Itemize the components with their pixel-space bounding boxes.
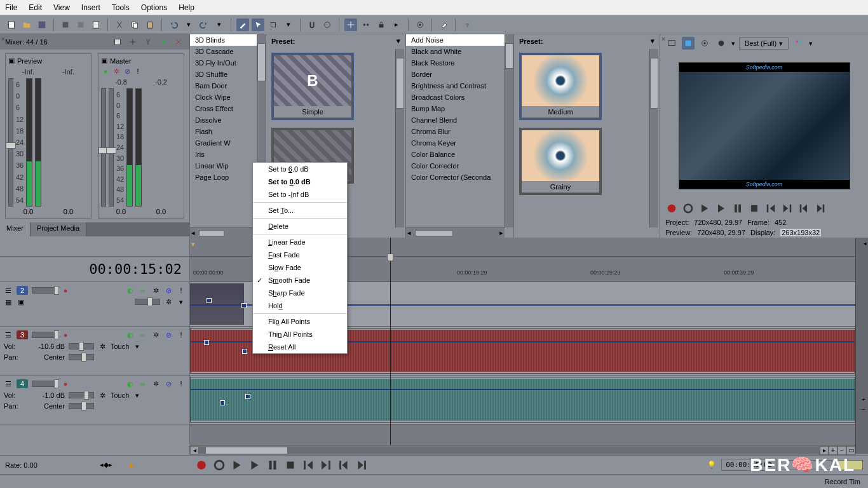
play-button[interactable] — [248, 458, 262, 472]
redo-dropdown[interactable]: ▾ — [213, 18, 226, 31]
scrollbar-horizontal[interactable]: ◂ — [190, 227, 257, 238]
ignore-group-button[interactable]: ▸ — [390, 18, 403, 31]
tool-zoom[interactable] — [267, 18, 280, 31]
gear-icon[interactable]: ✲ — [151, 286, 160, 295]
mode-dropdown[interactable]: ▾ — [133, 342, 142, 351]
list-item[interactable]: Color Corrector (Seconda — [406, 172, 513, 183]
record-arm-icon[interactable]: ● — [61, 330, 70, 339]
selection-end-field[interactable] — [837, 460, 863, 470]
minimize-icon[interactable]: ☰ — [4, 330, 13, 339]
properties-button[interactable] — [74, 18, 87, 31]
audio-clip[interactable] — [190, 377, 855, 423]
dim-button[interactable] — [158, 36, 169, 48]
mute-icon[interactable]: ⊘ — [164, 286, 173, 295]
snap-grid-button[interactable] — [321, 18, 334, 31]
menu-sharp-fade[interactable]: Sharp Fade — [253, 287, 347, 299]
route-button[interactable] — [173, 36, 184, 48]
chain-icon[interactable]: ∞ — [139, 379, 147, 388]
chain-icon[interactable]: ∞ — [139, 286, 147, 295]
pan-slider[interactable] — [69, 354, 94, 360]
level-slider[interactable] — [32, 287, 57, 294]
menu-thin-all[interactable]: Thin All Points — [253, 328, 347, 341]
downmix-button[interactable] — [142, 36, 154, 48]
list-item[interactable]: Add Noise — [406, 34, 513, 46]
bypass-icon[interactable]: ◐ — [126, 379, 135, 388]
scrollbar-vertical[interactable] — [505, 34, 513, 227]
automation-icon[interactable]: ✲ — [164, 297, 173, 306]
automation-mode[interactable]: Touch — [111, 391, 129, 399]
render-button[interactable] — [59, 18, 72, 31]
menu-edit[interactable]: Edit — [29, 3, 42, 12]
list-item[interactable]: Barn Door — [190, 80, 266, 92]
envelope-node[interactable] — [207, 298, 212, 303]
go-end-button[interactable] — [781, 202, 794, 215]
menu-linear-fade[interactable]: Linear Fade — [253, 236, 347, 248]
playhead-marker[interactable] — [387, 254, 393, 261]
menu-options[interactable]: Options — [141, 3, 167, 12]
list-item[interactable]: Channel Blend — [406, 114, 513, 126]
timecode-field[interactable]: 00:00:15:02 — [721, 459, 776, 471]
level-slider[interactable] — [32, 381, 57, 387]
save-button[interactable] — [36, 18, 48, 31]
play-button[interactable] — [715, 202, 728, 215]
envelope-node[interactable] — [220, 400, 225, 405]
stop-button[interactable] — [748, 202, 761, 215]
copy-button[interactable] — [128, 18, 141, 31]
preview-icon[interactable]: ▣ — [8, 57, 15, 65]
zoom-in-button[interactable]: + — [862, 396, 865, 403]
crossfade-button[interactable] — [414, 18, 426, 31]
scrub-control[interactable]: ◂◆▸ — [90, 459, 122, 471]
list-item[interactable]: 3D Cascade — [190, 46, 266, 57]
chain-icon[interactable]: ∞ — [139, 330, 147, 339]
zoom-out-button[interactable]: − — [862, 406, 865, 413]
gear-icon[interactable]: ✲ — [151, 330, 160, 339]
overlay-button[interactable] — [792, 37, 805, 50]
list-item[interactable]: 3D Fly In/Out — [190, 57, 266, 69]
record-button[interactable] — [194, 458, 208, 472]
automation-icon[interactable]: ✲ — [98, 342, 107, 351]
tool-edit[interactable] — [236, 18, 249, 31]
play-start-button[interactable] — [230, 458, 244, 472]
volume-slider[interactable] — [8, 78, 13, 207]
scrollbar-horizontal[interactable]: ◂▸ — [406, 227, 505, 238]
h-zoom-in-button[interactable]: + — [829, 446, 837, 455]
gear-icon[interactable]: ✲ — [151, 379, 160, 388]
preset-tile[interactable]: B Simple — [271, 53, 354, 120]
loop-button[interactable] — [212, 458, 226, 472]
list-item[interactable]: Gradient W — [190, 137, 266, 149]
scroll-right-button[interactable]: ▸ — [820, 446, 829, 455]
lock-button[interactable] — [375, 18, 388, 31]
volume-slider[interactable] — [101, 88, 106, 207]
menu-fast-fade[interactable]: Fast Fade — [253, 248, 347, 261]
auto-ripple-button[interactable] — [344, 18, 357, 31]
list-item[interactable]: Border — [406, 69, 513, 80]
record-arm-icon[interactable]: ● — [61, 379, 70, 388]
scrollbar-vertical[interactable] — [395, 49, 404, 227]
vol-slider[interactable] — [69, 392, 94, 398]
automation-mode[interactable]: Touch — [111, 342, 129, 350]
cut-button[interactable] — [113, 18, 126, 31]
redo-button[interactable] — [198, 18, 210, 31]
menu-smooth-fade[interactable]: ✓Smooth Fade — [253, 274, 347, 287]
fade-slider[interactable] — [135, 299, 160, 305]
menu-view[interactable]: View — [53, 3, 70, 12]
rate-marker-icon[interactable]: ▲ — [128, 461, 135, 468]
pan-icon[interactable]: ! — [133, 67, 142, 76]
track-number[interactable]: 2 — [17, 286, 28, 295]
menu-flip-all[interactable]: Flip All Points — [253, 315, 347, 328]
prev-frame-button[interactable] — [797, 202, 810, 215]
loop-button[interactable] — [682, 202, 695, 215]
mute-icon[interactable]: ● — [101, 67, 110, 76]
menu-set-inf[interactable]: Set to -Inf dB — [253, 188, 347, 201]
zoom-fit-button[interactable]: ▭ — [846, 446, 855, 455]
audio-lane[interactable]: 12243648 — [190, 376, 855, 424]
list-item[interactable]: Color Balance — [406, 149, 513, 160]
selection-start-field[interactable] — [782, 460, 832, 470]
preset-menu-icon[interactable]: ▾ — [397, 37, 400, 45]
quality-dropdown[interactable]: Best (Full)▾ — [739, 37, 789, 50]
list-item[interactable]: 3D Blinds — [190, 34, 266, 46]
automation-icon[interactable]: ✲ — [98, 391, 107, 400]
menu-set-6db[interactable]: Set to 6.0 dB — [253, 163, 347, 175]
master-icon[interactable]: ▣ — [101, 57, 107, 65]
menu-set-to[interactable]: Set To... — [253, 204, 347, 217]
